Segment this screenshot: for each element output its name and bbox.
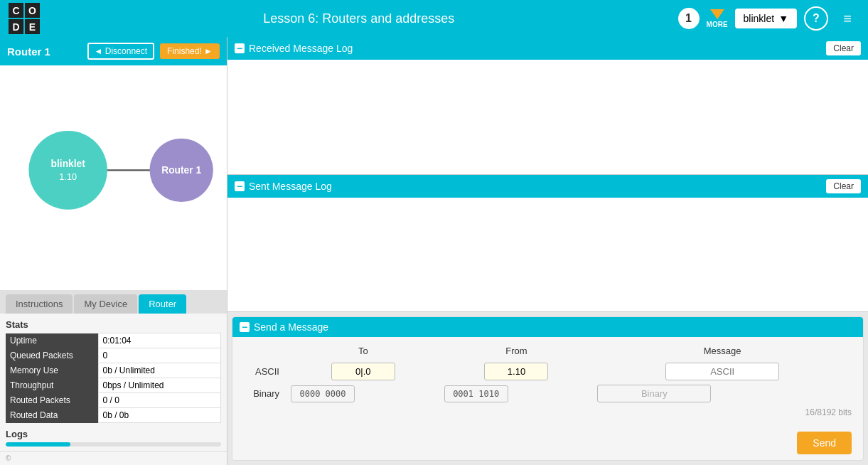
step-badge: 1 <box>678 8 700 29</box>
stats-value: 0b / Unlimited <box>98 363 221 378</box>
send-button[interactable]: Send <box>797 432 852 454</box>
send-collapse-icon[interactable]: − <box>240 322 250 332</box>
sent-log-body <box>227 198 868 313</box>
message-ascii-cell <box>593 360 852 383</box>
col-to-header: To <box>286 346 440 360</box>
binary-row-label: Binary <box>244 383 286 405</box>
send-panel: − Send a Message To From Message <box>232 316 864 461</box>
stats-section: Stats Uptime0:01:04Queued Packets0Memory… <box>0 314 227 429</box>
left-panel: Router 1 ◄ Disconnect Finished! ► blinkl… <box>0 37 227 465</box>
stats-row: Uptime0:01:04 <box>6 333 221 348</box>
main-layout: Router 1 ◄ Disconnect Finished! ► blinkl… <box>0 37 868 465</box>
logs-progress-bar <box>6 442 221 447</box>
copyright: © <box>0 451 227 465</box>
stats-table: Uptime0:01:04Queued Packets0Memory Use0b… <box>6 333 221 423</box>
col-message-header: Message <box>593 346 852 360</box>
sent-collapse-icon[interactable]: − <box>235 181 245 191</box>
to-ascii-cell <box>286 360 440 383</box>
logo-o: O <box>25 3 40 18</box>
stats-key: Uptime <box>6 333 98 348</box>
device-title: Router 1 <box>7 46 82 58</box>
send-title: Send a Message <box>254 321 328 333</box>
more-triangle-icon <box>710 9 724 19</box>
disconnect-label: ◄ Disconnect <box>95 46 148 56</box>
lesson-title: Lesson 6: Routers and addresses <box>47 11 671 26</box>
stats-value: 0:01:04 <box>98 333 221 348</box>
user-dropdown-icon: ▼ <box>778 13 788 24</box>
network-svg: blinklet 1.10 Router 1 <box>0 65 227 290</box>
bits-counter: 16/8192 bits <box>244 405 852 417</box>
user-button[interactable]: blinklet ▼ <box>735 9 797 28</box>
stats-row: Routed Data0b / 0b <box>6 408 221 423</box>
user-name: blinklet <box>744 13 775 24</box>
blinklet-node-label: blinklet <box>51 158 86 169</box>
to-binary-display: 0000 0000 <box>291 385 355 402</box>
from-binary-cell: 0001 1010 <box>440 383 594 405</box>
ascii-row-label: ASCII <box>244 360 286 383</box>
tab-instructions[interactable]: Instructions <box>6 294 73 314</box>
received-collapse-icon[interactable]: − <box>235 43 245 53</box>
stats-value: 0bps / Unlimited <box>98 378 221 393</box>
menu-button[interactable]: ≡ <box>835 6 859 31</box>
sent-log-header: − Sent Message Log Clear <box>227 175 868 198</box>
help-button[interactable]: ? <box>804 6 828 31</box>
from-ascii-input[interactable] <box>484 363 548 380</box>
tab-router[interactable]: Router <box>139 294 186 314</box>
message-binary-display: Binary <box>597 385 711 402</box>
stats-value: 0 <box>98 348 221 363</box>
stats-value: 0 / 0 <box>98 393 221 408</box>
sent-log-title: Sent Message Log <box>249 181 822 192</box>
help-icon: ? <box>813 12 820 25</box>
stats-value: 0b / 0b <box>98 408 221 423</box>
to-ascii-input[interactable] <box>331 363 395 380</box>
tab-my-device[interactable]: My Device <box>74 294 137 314</box>
received-log-header: − Received Message Log Clear <box>227 37 868 60</box>
stats-label: Stats <box>6 319 221 330</box>
from-ascii-cell <box>440 360 594 383</box>
header: C O D E Lesson 6: Routers and addresses … <box>0 0 868 37</box>
received-clear-button[interactable]: Clear <box>826 41 861 55</box>
network-diagram: blinklet 1.10 Router 1 <box>0 65 227 290</box>
more-label: MORE <box>707 21 728 28</box>
finished-label: Finished! ► <box>167 46 213 56</box>
send-grid: To From Message ASCII <box>244 346 852 405</box>
hamburger-icon: ≡ <box>843 11 852 27</box>
more-button[interactable]: MORE <box>707 9 728 28</box>
logo-c: C <box>9 3 23 18</box>
blinklet-node-circle <box>28 131 107 210</box>
router-node-label: Router 1 <box>161 164 201 176</box>
device-header: Router 1 ◄ Disconnect Finished! ► <box>0 37 227 65</box>
finished-button[interactable]: Finished! ► <box>160 43 220 59</box>
stats-row: Routed Packets0 / 0 <box>6 393 221 408</box>
logo-e: E <box>25 19 40 34</box>
stats-key: Routed Packets <box>6 393 98 408</box>
message-ascii-input[interactable] <box>665 363 779 380</box>
logs-section: Logs <box>0 429 227 451</box>
send-header: − Send a Message <box>232 317 863 337</box>
logo: C O D E <box>9 3 40 34</box>
stats-row: Memory Use0b / Unlimited <box>6 363 221 378</box>
stats-key: Routed Data <box>6 408 98 423</box>
stats-key: Throughput <box>6 378 98 393</box>
logs-progress-fill <box>6 442 70 447</box>
right-panel: − Received Message Log Clear − Sent Mess… <box>227 37 868 465</box>
logo-d: D <box>9 19 23 34</box>
sent-clear-button[interactable]: Clear <box>826 179 861 193</box>
stats-row: Queued Packets0 <box>6 348 221 363</box>
blinklet-node-addr: 1.10 <box>59 171 77 182</box>
send-body: To From Message ASCII <box>232 337 863 426</box>
message-binary-cell: Binary <box>593 383 852 405</box>
stats-key: Queued Packets <box>6 348 98 363</box>
send-footer: Send <box>232 426 863 460</box>
tabs: Instructions My Device Router <box>0 290 227 314</box>
header-right: blinklet ▼ ? ≡ <box>735 6 859 31</box>
logs-label: Logs <box>6 429 221 439</box>
disconnect-button[interactable]: ◄ Disconnect <box>87 43 155 60</box>
received-log-panel: − Received Message Log Clear <box>227 37 868 175</box>
col-from-header: From <box>440 346 594 360</box>
received-log-title: Received Message Log <box>249 43 822 54</box>
stats-row: Throughput0bps / Unlimited <box>6 378 221 393</box>
to-binary-cell: 0000 0000 <box>286 383 440 405</box>
stats-key: Memory Use <box>6 363 98 378</box>
from-binary-display: 0001 1010 <box>444 385 508 402</box>
